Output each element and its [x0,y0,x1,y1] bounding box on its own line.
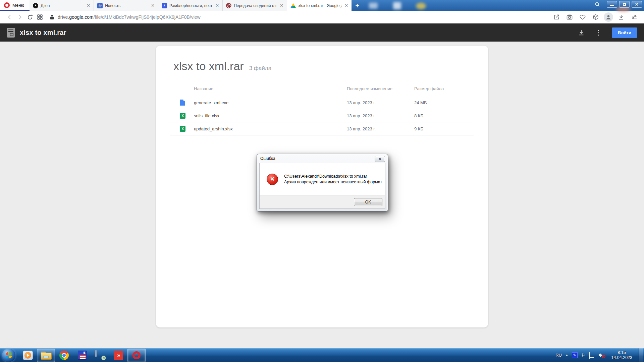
tabs-area: Меню ✦ Дзен ✕ @ Новость ✕ / Рамблер/ново… [0,0,352,11]
snapshot-camera-icon[interactable] [565,12,575,22]
easy-setup-tune-icon[interactable] [629,12,639,22]
taskbar-red-app[interactable]: » [109,349,127,362]
dialog-body: ✕ C:\Users\Alexandr\Downloads\xlsx to xm… [260,163,385,195]
tab-novost[interactable]: @ Новость ✕ [94,0,158,11]
address-bar[interactable]: drive.google.com/file/d/1MkiBdc7wkwgFIjS… [50,14,551,20]
tab-strip: Меню ✦ Дзен ✕ @ Новость ✕ / Рамблер/ново… [0,0,644,11]
aero-titlebar: ✕ [363,0,644,11]
url-path: /file/d/1MkiBdc7wkwgFIjS04jelpQ6XK9jA1F0… [94,14,201,20]
start-button[interactable] [2,349,15,362]
minimize-button[interactable] [607,1,617,8]
red-arrows-app-icon: » [114,351,123,360]
action-center-flag-icon[interactable]: ⚐ [581,353,586,358]
share-edit-icon[interactable] [551,12,561,22]
opera-logo-icon [4,2,10,8]
profile-avatar[interactable] [604,12,613,22]
forward-icon[interactable] [15,12,25,22]
opera-menu-button[interactable]: Меню [0,0,30,11]
remote-desktop-icon: ↻ [95,351,105,360]
taskbar-opera[interactable] [127,349,146,362]
downloads-icon[interactable] [616,12,626,22]
media-player-icon [23,351,33,360]
blurred-desktop-icon [616,7,631,11]
tray-pen-app-icon[interactable]: ✎ [572,352,578,358]
blurred-desktop-icon [369,3,378,9]
error-icon: ✕ [267,174,278,185]
tab-title: Передача сведений о пов [234,3,277,8]
bookmark-heart-icon[interactable] [578,12,588,22]
close-button[interactable]: ✕ [632,1,642,8]
dialog-message-text: Архив поврежден или имеет неизвестный фо… [284,179,382,185]
tab-zen[interactable]: ✦ Дзен ✕ [30,0,94,11]
file-size: 8 КБ [414,113,474,118]
file-name: generate_xml.exe [194,100,347,105]
signin-button[interactable]: Войти [612,27,637,38]
menu-label: Меню [12,3,24,8]
restore-button[interactable] [619,1,630,8]
show-desktop-button[interactable] [639,348,643,362]
taskbar-media-player[interactable] [19,349,37,362]
dialog-message-path: C:\Users\Alexandr\Downloads\xlsx to xml.… [284,174,382,179]
file-count: 3 файла [249,65,272,72]
tray-clock[interactable]: 8:15 14.04.2023 [609,350,634,360]
url-text[interactable]: drive.google.com/file/d/1MkiBdc7wkwgFIjS… [58,14,201,20]
tab-close-icon[interactable]: ✕ [150,3,155,8]
tray-time: 8:15 [611,350,632,355]
tiles-icon[interactable] [35,12,45,22]
exe-file-icon [170,99,194,106]
url-host: google.com [69,14,93,20]
dialog-close-icon[interactable]: ✕ [375,156,385,162]
tab-close-icon[interactable]: ✕ [344,3,349,8]
tab-close-icon[interactable]: ✕ [279,3,284,8]
table-row[interactable]: generate_xml.exe 13 апр. 2023 г. 24 МБ [170,96,474,109]
lock-icon[interactable] [50,14,54,20]
taskbar-explorer[interactable] [37,349,55,362]
tab-rambler[interactable]: / Рамблер/новости, почта и ✕ [158,0,223,11]
tray-date: 14.04.2023 [611,355,632,360]
hidden-icons-arrow-icon[interactable]: ▲ [566,354,568,357]
window-controls: ✕ [595,1,642,8]
taskbar-floppy-app[interactable] [73,349,91,362]
tab-gdrive-active[interactable]: xlsx to xml.rar - Google Ди ✕ [287,0,352,11]
dialog-title: Ошибка [260,156,275,161]
dialog-message: C:\Users\Alexandr\Downloads\xlsx to xml.… [284,174,382,185]
tab-title: Рамблер/новости, почта и [169,3,212,8]
table-row[interactable]: X snils_file.xlsx 13 апр. 2023 г. 8 КБ [170,109,474,122]
system-tray: RU ▲ ✎ ⚐ 8:15 14.04.2023 [555,348,644,362]
back-icon[interactable] [5,12,15,22]
file-modified: 13 апр. 2023 г. [347,100,414,105]
table-row[interactable]: X updated_arshin.xlsx 13 апр. 2023 г. 9 … [170,122,474,135]
url-subdomain: drive. [58,14,69,20]
toolbar-right-icons [551,12,639,22]
windows-logo-icon [6,352,12,358]
zen-favicon-icon: ✦ [33,3,38,8]
tab-peredacha[interactable]: Передача сведений о пов ✕ [223,0,287,11]
tab-close-icon[interactable]: ✕ [215,3,220,8]
drive-more-options-icon[interactable]: ⋮ [594,29,603,36]
arshin-favicon-icon [226,3,231,8]
tab-title: Дзен [41,3,84,8]
gdrive-favicon-icon [290,3,296,8]
blurred-desktop-icon [393,2,401,9]
floppy-disk-app-icon [78,351,87,360]
drive-header-actions: ⋮ Войти [578,27,637,38]
language-indicator[interactable]: RU [555,353,562,358]
reload-icon[interactable] [25,12,35,22]
ok-button[interactable]: OK [354,198,382,206]
dialog-titlebar[interactable]: Ошибка [257,154,388,163]
chrome-icon [59,351,69,360]
drive-download-icon[interactable] [578,29,585,36]
file-name: snils_file.xlsx [194,113,347,118]
taskbar-chrome[interactable] [55,349,73,362]
network-icon[interactable] [589,353,595,358]
taskbar-remote-desktop[interactable]: ↻ [91,349,109,362]
dialog-footer: OK [260,195,385,208]
new-tab-button[interactable]: + [352,0,363,11]
dialog-panel: ✕ C:\Users\Alexandr\Downloads\xlsx to xm… [259,163,385,209]
window-search-icon[interactable] [595,2,600,7]
tab-title: xlsx to xml.rar - Google Ди [298,3,341,8]
tab-close-icon[interactable]: ✕ [86,3,91,8]
volume-muted-icon[interactable] [599,352,605,358]
column-header-modified: Последнее изменение [347,86,414,91]
extensions-cube-icon[interactable] [591,12,601,22]
